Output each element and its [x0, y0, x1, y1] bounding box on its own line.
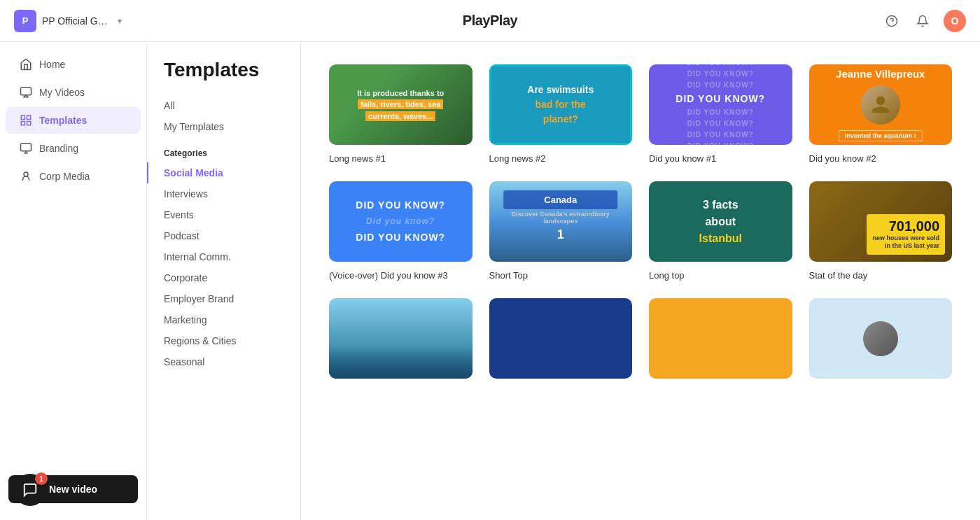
template-thumb-partial-2: [489, 298, 633, 379]
categories-label: Categories: [147, 137, 300, 162]
template-label-long-top: Long top: [649, 270, 685, 281]
category-interviews[interactable]: Interviews: [147, 183, 300, 204]
template-label-long-news-2: Long news #2: [489, 153, 546, 164]
template-card-long-news-2[interactable]: Are swimsuits bad for the planet? Long n…: [489, 64, 633, 164]
template-thumb-did-you-know-3: DID YOU KNOW? Did you know? DID YOU KNOW…: [329, 181, 472, 262]
template-card-partial-4[interactable]: [809, 298, 953, 386]
sub-sidebar: Templates All My Templates Categories So…: [147, 42, 301, 520]
template-label-did-you-know-2: Did you know #2: [809, 153, 876, 164]
user-avatar[interactable]: O: [944, 10, 966, 32]
chat-badge: 1: [35, 472, 48, 485]
category-social-media[interactable]: Social Media: [147, 162, 300, 183]
template-card-partial-2[interactable]: [489, 298, 633, 386]
sidebar: Home My Videos Templates Branding Corp M…: [0, 42, 147, 520]
sidebar-branding-label: Branding: [39, 143, 78, 154]
help-icon[interactable]: [882, 11, 902, 31]
category-events[interactable]: Events: [147, 204, 300, 225]
video-icon: [20, 86, 32, 99]
sidebar-templates-label: Templates: [39, 115, 87, 126]
template-thumb-stat-of-day: 701,000 new houses were soldin the US la…: [809, 181, 953, 262]
templates-icon: [20, 114, 32, 127]
template-thumb-partial-1: [329, 298, 472, 379]
category-corporate[interactable]: Corporate: [147, 267, 300, 288]
sidebar-corpmedia-label: Corp Media: [39, 171, 90, 182]
category-employer-brand[interactable]: Employer Brand: [147, 288, 300, 309]
sidebar-home-label: Home: [39, 59, 65, 70]
template-thumb-long-top: 3 factsaboutIstanbul: [649, 181, 792, 262]
template-thumb-did-you-know-2: Jeanne Villepreux Invented the aquarium …: [809, 64, 953, 145]
filter-all[interactable]: All: [147, 95, 300, 116]
topbar: P PP Official Gui... ▾ PlayPlay O: [0, 0, 980, 42]
org-name: PP Official Gui...: [42, 15, 112, 27]
template-thumb-short-top: Canada Discover Canada's extraordinary l…: [489, 181, 633, 262]
svg-rect-6: [21, 122, 24, 125]
sidebar-myvideos-label: My Videos: [39, 87, 85, 98]
sidebar-item-branding[interactable]: Branding: [6, 135, 141, 162]
sidebar-item-templates[interactable]: Templates: [6, 107, 141, 134]
svg-rect-7: [27, 122, 31, 125]
template-label-stat-of-day: Stat of the day: [809, 270, 868, 281]
home-icon: [20, 58, 32, 71]
template-card-partial-3[interactable]: [649, 298, 792, 386]
template-thumb-long-news-2: Are swimsuits bad for the planet?: [489, 64, 633, 145]
template-label-did-you-know-1: Did you know #1: [649, 153, 716, 164]
template-card-did-you-know-2[interactable]: Jeanne Villepreux Invented the aquarium …: [809, 64, 953, 164]
chat-icon: [22, 482, 38, 498]
notifications-icon[interactable]: [913, 11, 932, 31]
corp-media-icon: [20, 170, 32, 183]
svg-rect-4: [21, 115, 24, 119]
svg-rect-2: [21, 87, 31, 95]
topbar-actions: O: [882, 10, 966, 32]
sidebar-item-corpmedia[interactable]: Corp Media: [6, 163, 141, 190]
chat-bubble[interactable]: 1: [14, 474, 46, 506]
svg-rect-5: [27, 115, 31, 119]
category-marketing[interactable]: Marketing: [147, 309, 300, 330]
template-thumb-partial-3: [649, 298, 792, 379]
template-label-did-you-know-3-vo: (Voice-over) Did you know #3: [329, 270, 448, 281]
branding-icon: [20, 142, 32, 155]
category-podcast[interactable]: Podcast: [147, 225, 300, 246]
template-card-short-top[interactable]: Canada Discover Canada's extraordinary l…: [489, 181, 633, 281]
category-regions-cities[interactable]: Regions & Cities: [147, 330, 300, 351]
sidebar-item-myvideos[interactable]: My Videos: [6, 79, 141, 106]
org-avatar: P: [14, 10, 36, 32]
template-thumb-did-you-know-1: DID YOU KNOW? DID YOU KNOW? DID YOU KNOW…: [649, 64, 792, 145]
sub-sidebar-title: Templates: [147, 59, 300, 95]
content-area: It is produced thanks to falls, rivers, …: [301, 42, 980, 520]
template-card-stat-of-day[interactable]: 701,000 new houses were soldin the US la…: [809, 181, 953, 281]
template-card-long-news-1[interactable]: It is produced thanks to falls, rivers, …: [329, 64, 472, 164]
filter-my-templates[interactable]: My Templates: [147, 116, 300, 137]
svg-point-11: [24, 172, 28, 176]
template-card-did-you-know-3-vo[interactable]: DID YOU KNOW? Did you know? DID YOU KNOW…: [329, 181, 472, 281]
templates-grid: It is produced thanks to falls, rivers, …: [329, 64, 952, 386]
org-switcher[interactable]: P PP Official Gui... ▾: [14, 10, 122, 32]
category-internal-comm[interactable]: Internal Comm.: [147, 246, 300, 267]
template-label-long-news-1: Long news #1: [329, 153, 386, 164]
svg-rect-8: [21, 143, 31, 151]
sidebar-item-home[interactable]: Home: [6, 51, 141, 78]
template-thumb-partial-4: [809, 298, 953, 379]
template-card-partial-1[interactable]: [329, 298, 472, 386]
template-thumb-long-news-1: It is produced thanks to falls, rivers, …: [329, 64, 472, 145]
app-logo: PlayPlay: [463, 13, 517, 29]
template-card-long-top[interactable]: 3 factsaboutIstanbul Long top: [649, 181, 792, 281]
main-layout: Home My Videos Templates Branding Corp M…: [0, 42, 980, 520]
template-label-short-top: Short Top: [489, 270, 528, 281]
category-seasonal[interactable]: Seasonal: [147, 351, 300, 372]
template-card-did-you-know-1[interactable]: DID YOU KNOW? DID YOU KNOW? DID YOU KNOW…: [649, 64, 792, 164]
chevron-down-icon: ▾: [118, 16, 122, 26]
